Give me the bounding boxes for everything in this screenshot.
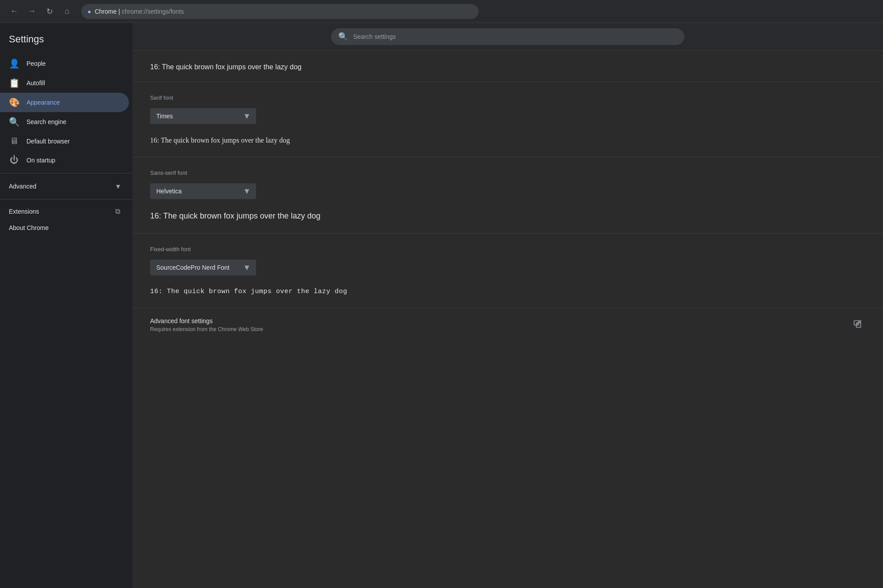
external-link-icon: [853, 320, 862, 331]
sidebar-item-about[interactable]: About Chrome: [0, 220, 129, 236]
startup-icon: ⏻: [9, 155, 19, 165]
sidebar-item-label: Autofill: [26, 79, 45, 87]
sidebar: Settings 👤 People 📋 Autofill 🎨 Appearanc…: [0, 23, 132, 588]
url-separator: |: [117, 8, 121, 15]
font-settings: 16: The quick brown fox jumps over the l…: [132, 51, 883, 342]
advanced-label: Advanced: [9, 183, 109, 190]
back-button[interactable]: ←: [7, 4, 21, 19]
fixed-width-font-label: Fixed-width font: [150, 246, 865, 253]
search-engine-icon: 🔍: [9, 117, 19, 127]
main-layout: Settings 👤 People 📋 Autofill 🎨 Appearanc…: [0, 23, 883, 588]
sidebar-divider-2: [0, 199, 132, 200]
serif-font-select[interactable]: Times Georgia Palatino Garamond: [150, 108, 256, 124]
sans-serif-preview-text: 16: The quick brown fox jumps over the l…: [150, 211, 865, 221]
search-input-wrapper[interactable]: 🔍: [331, 28, 684, 45]
sans-serif-select-wrapper: Helvetica Arial Verdana Trebuchet MS ▼: [150, 183, 256, 199]
extensions-label: Extensions: [9, 208, 39, 215]
sidebar-item-autofill[interactable]: 📋 Autofill: [0, 73, 129, 93]
sidebar-divider: [0, 173, 132, 173]
fixed-width-font-section: Fixed-width font SourceCodePro Nerd Font…: [132, 234, 883, 308]
about-label: About Chrome: [9, 224, 49, 231]
advanced-font-subtitle: Requires extension from the Chrome Web S…: [150, 326, 263, 332]
fixed-width-preview-text: 16: The quick brown fox jumps over the l…: [150, 288, 865, 295]
top-preview-section: 16: The quick brown fox jumps over the l…: [132, 51, 883, 82]
advanced-font-info: Advanced font settings Requires extensio…: [150, 317, 263, 332]
address-bar[interactable]: ● Chrome | chrome://settings/fonts: [81, 4, 479, 19]
sidebar-item-label: Search engine: [26, 118, 66, 125]
sidebar-item-label: On startup: [26, 157, 55, 164]
sidebar-item-extensions[interactable]: Extensions ⧉: [0, 203, 129, 220]
default-browser-icon: 🖥: [9, 136, 19, 146]
sidebar-item-default-browser[interactable]: 🖥 Default browser: [0, 132, 129, 151]
people-icon: 👤: [9, 58, 19, 69]
search-bar: 🔍: [132, 23, 883, 51]
fixed-width-select-wrapper: SourceCodePro Nerd Font Courier New Cons…: [150, 260, 256, 275]
search-icon: 🔍: [338, 32, 348, 41]
home-button[interactable]: ⌂: [60, 4, 74, 19]
reload-button[interactable]: ↻: [42, 4, 57, 19]
sidebar-item-appearance[interactable]: 🎨 Appearance: [0, 93, 129, 112]
top-preview-text: 16: The quick brown fox jumps over the l…: [150, 63, 865, 71]
serif-font-section: Serif font Times Georgia Palatino Garamo…: [132, 82, 883, 157]
sans-serif-font-select[interactable]: Helvetica Arial Verdana Trebuchet MS: [150, 183, 256, 199]
sidebar-item-label: Default browser: [26, 138, 70, 145]
forward-button[interactable]: →: [25, 4, 39, 19]
browser-chrome: ← → ↻ ⌂ ● Chrome | chrome://settings/fon…: [0, 0, 883, 23]
sidebar-item-label: Appearance: [26, 99, 60, 106]
sidebar-item-search-engine[interactable]: 🔍 Search engine: [0, 112, 129, 132]
security-icon: ●: [87, 8, 91, 15]
advanced-font-external-link-button[interactable]: [849, 317, 865, 333]
sidebar-advanced[interactable]: Advanced ▾: [0, 177, 129, 196]
serif-select-wrapper: Times Georgia Palatino Garamond ▼: [150, 108, 256, 124]
sans-serif-font-label: Sans-serif font: [150, 170, 865, 176]
serif-preview-text: 16: The quick brown fox jumps over the l…: [150, 136, 865, 144]
sidebar-item-label: People: [26, 60, 46, 67]
autofill-icon: 📋: [9, 78, 19, 88]
serif-font-label: Serif font: [150, 94, 865, 101]
url-text: Chrome | chrome://settings/fonts: [94, 8, 184, 15]
advanced-font-settings-row: Advanced font settings Requires extensio…: [132, 308, 883, 342]
sidebar-item-people[interactable]: 👤 People: [0, 54, 129, 73]
nav-buttons: ← → ↻ ⌂: [7, 4, 74, 19]
search-input[interactable]: [353, 33, 677, 40]
chevron-down-icon: ▾: [116, 181, 120, 191]
sans-serif-font-section: Sans-serif font Helvetica Arial Verdana …: [132, 157, 883, 234]
content-area: 🔍 16: The quick brown fox jumps over the…: [132, 23, 883, 588]
sidebar-title: Settings: [0, 30, 132, 54]
url-brand: Chrome: [94, 8, 117, 15]
sidebar-item-on-startup[interactable]: ⏻ On startup: [0, 151, 129, 170]
advanced-font-title: Advanced font settings: [150, 317, 263, 324]
appearance-icon: 🎨: [9, 97, 19, 108]
external-link-icon: ⧉: [115, 207, 120, 215]
fixed-width-font-select[interactable]: SourceCodePro Nerd Font Courier New Cons…: [150, 260, 256, 275]
url-path: chrome://settings/fonts: [122, 8, 184, 15]
